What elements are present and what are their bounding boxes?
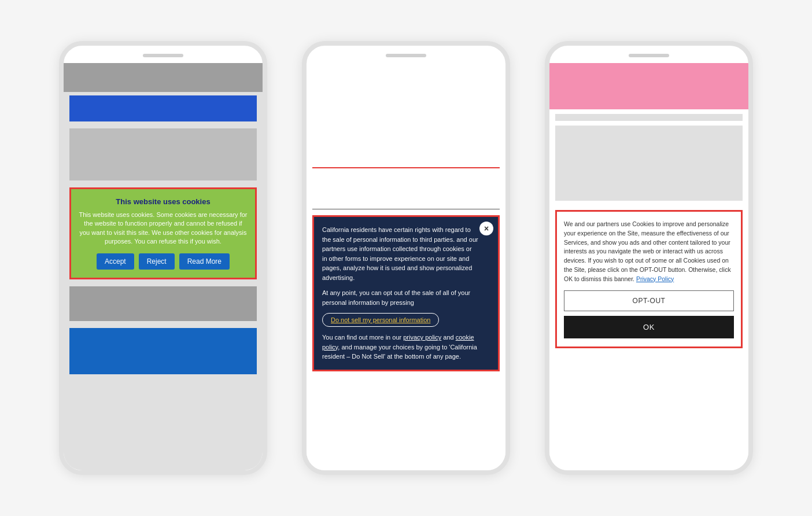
- phone-2-screen: × California residents have certain righ…: [307, 63, 505, 470]
- phone-2-opt-out-label: Do not sell my personal: [331, 316, 399, 323]
- phone-1-bottom-blue: [69, 328, 257, 374]
- phone-2-bottom-text: You can find out more in our privacy pol…: [322, 333, 490, 362]
- phone-3-cookie-text: We and our partners use Cookies to impro…: [564, 220, 734, 283]
- phone-1-cookie-title: This website uses cookies: [78, 197, 248, 206]
- phone-2-cookie-banner: × California residents have certain righ…: [312, 215, 500, 371]
- phone-1-screen: This website uses cookies This website u…: [64, 63, 263, 470]
- phone-2-text5: , and manage your choices by going to 'C…: [322, 344, 477, 360]
- phone-3: We and our partners use Cookies to impro…: [545, 41, 753, 475]
- phone-1-cookie-banner: This website uses cookies This website u…: [69, 187, 257, 279]
- phone-2-dark-divider: [312, 209, 500, 209]
- phone-3-privacy-link[interactable]: Privacy Policy: [636, 275, 674, 282]
- phone-1-speaker: [143, 54, 183, 57]
- phone-1-mid-gray: [69, 128, 257, 180]
- phone-2-close-button[interactable]: ×: [479, 222, 493, 235]
- phone-2-text2: At any point, you can opt out of the sal…: [322, 288, 490, 307]
- phone-1-accept-button[interactable]: Accept: [97, 253, 134, 270]
- phone-3-ok-button[interactable]: OK: [564, 316, 734, 338]
- phone-2-text3: You can find out more in our: [322, 334, 403, 341]
- phone-3-pink-bar: [549, 63, 748, 109]
- phone-3-speaker: [629, 54, 669, 57]
- phone-1-cookie-text: This website uses cookies. Some cookies …: [78, 211, 248, 246]
- phone-3-cookie-banner: We and our partners use Cookies to impro…: [555, 210, 743, 348]
- phone-1-reject-button[interactable]: Reject: [139, 253, 175, 270]
- phone-1-read-more-button[interactable]: Read More: [179, 253, 230, 270]
- phone-2-opt-out-button[interactable]: Do not sell my personal information: [322, 313, 439, 327]
- phone-1-content: This website uses cookies This website u…: [64, 63, 263, 380]
- phone-1-blue-bar: [69, 95, 257, 121]
- phone-2-text4: and: [441, 334, 455, 341]
- phone-1: This website uses cookies This website u…: [59, 41, 267, 475]
- phone-2: × California residents have certain righ…: [302, 41, 510, 475]
- phone-3-optout-button[interactable]: OPT-OUT: [564, 290, 734, 311]
- phone-2-white-area: [307, 63, 505, 167]
- phone-3-gray-area: [555, 126, 743, 201]
- phone-2-text1: California residents have certain rights…: [322, 225, 490, 282]
- phone-3-screen: We and our partners use Cookies to impro…: [549, 63, 748, 470]
- phone-2-opt-out-highlight: information: [399, 316, 430, 323]
- phone-3-gap: [549, 201, 748, 207]
- phone-3-content: We and our partners use Cookies to impro…: [549, 63, 748, 352]
- phone-1-btn-row: Accept Reject Read More: [78, 253, 248, 270]
- phone-2-white-area2: [307, 168, 505, 209]
- phone-2-privacy-link[interactable]: privacy policy: [403, 334, 441, 341]
- phone-3-cookie-text-main: We and our partners use Cookies to impro…: [564, 220, 731, 282]
- phone-1-bottom-gray: [69, 286, 257, 321]
- phone-2-speaker: [386, 54, 426, 57]
- phone-2-content: × California residents have certain righ…: [307, 63, 505, 377]
- phone-3-gray-bar: [555, 114, 743, 121]
- phone-1-top-gray: [64, 63, 263, 92]
